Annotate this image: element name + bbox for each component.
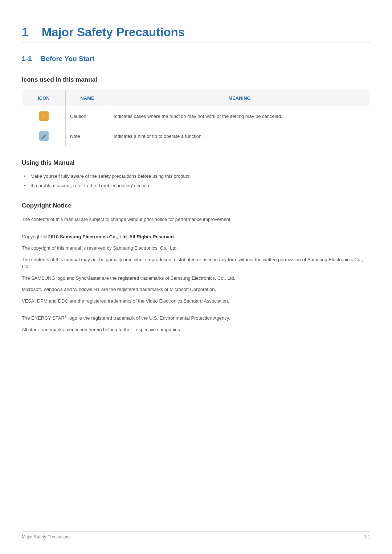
- copyright-block: Copyright Notice The contents of this ma…: [22, 202, 370, 333]
- section-heading: 1-1 Before You Start: [22, 55, 370, 65]
- icons-used-heading: Icons used in this manual: [22, 76, 370, 83]
- table-row: Caution Indicates cases where the functi…: [22, 106, 370, 126]
- list-item: If a problem occurs, refer to the 'Troub…: [22, 182, 370, 189]
- table-row: Note Indicates a hint or tip to operate …: [22, 126, 370, 146]
- energy-star-line: The ENERGY STAR® logo is the registered …: [22, 315, 370, 322]
- copyright-para: VESA, DPM and DDC are the registered tra…: [22, 297, 370, 305]
- caution-icon: [39, 111, 49, 121]
- copyright-para: Microsoft, Windows and Windows NT are th…: [22, 286, 370, 293]
- name-cell: Note: [66, 126, 109, 146]
- energy-star-post: logo is the registered trademark of the …: [67, 316, 230, 321]
- svg-rect-1: [44, 118, 44, 118]
- col-header-name: NAME: [66, 90, 109, 106]
- icon-cell-note: [22, 126, 66, 146]
- footer-left: Major Safety Precautions: [22, 534, 70, 539]
- chapter-number: 1: [22, 25, 28, 39]
- copyright-intro: The contents of this manual are subject …: [22, 216, 370, 223]
- using-manual-block: Using this Manual Make yourself fully aw…: [22, 159, 370, 189]
- section-number: 1-1: [22, 55, 32, 62]
- icons-used-block: Icons used in this manual ICON NAME MEAN…: [22, 76, 370, 146]
- chapter-title: Major Safety Precautions: [42, 25, 185, 39]
- name-cell: Caution: [66, 106, 109, 126]
- col-header-meaning: MEANING: [109, 90, 370, 106]
- section-title: Before You Start: [41, 55, 94, 62]
- copyright-para: The contents of this manual may not be p…: [22, 256, 370, 270]
- copyright-prefix: Copyright ©: [22, 234, 48, 239]
- svg-rect-0: [44, 114, 44, 117]
- list-item: Make yourself fully aware of the safety …: [22, 173, 370, 180]
- copyright-line: Copyright © 2010 Samsung Electronics Co.…: [22, 233, 370, 241]
- meaning-cell: Indicates cases where the function may n…: [109, 106, 370, 126]
- energy-star-pre: The ENERGY STAR: [22, 316, 65, 321]
- using-manual-list: Make yourself fully aware of the safety …: [22, 173, 370, 189]
- chapter-heading: 1 Major Safety Precautions: [22, 25, 370, 42]
- copyright-bold: 2010 Samsung Electronics Co., Ltd. All R…: [48, 234, 175, 239]
- note-icon: [39, 131, 49, 141]
- copyright-heading: Copyright Notice: [22, 202, 370, 209]
- footer-right: 1-1: [364, 534, 370, 539]
- page-footer: Major Safety Precautions 1-1: [22, 531, 370, 539]
- copyright-para: The SAMSUNG logo and SyncMaster are the …: [22, 275, 370, 282]
- icons-table: ICON NAME MEANING Caution Indicates case…: [22, 90, 370, 146]
- registered-symbol: ®: [65, 315, 67, 319]
- copyright-para: The copyright of this manual is reserved…: [22, 245, 370, 252]
- table-header-row: ICON NAME MEANING: [22, 90, 370, 106]
- chapter-title-text: [30, 25, 40, 39]
- icon-cell-caution: [22, 106, 66, 126]
- meaning-cell: Indicates a hint or tip to operate a fun…: [109, 126, 370, 146]
- copyright-trailing: All other trademarks mentioned herein be…: [22, 326, 370, 333]
- using-manual-heading: Using this Manual: [22, 159, 370, 167]
- col-header-icon: ICON: [22, 90, 66, 106]
